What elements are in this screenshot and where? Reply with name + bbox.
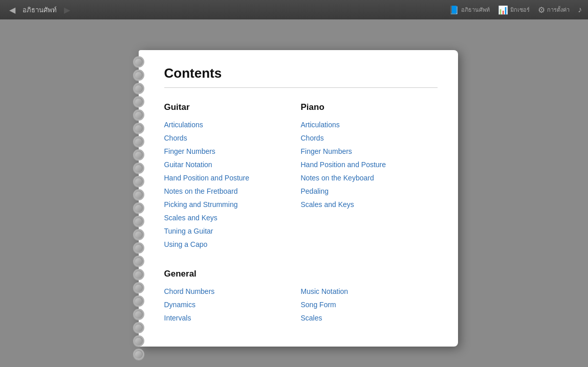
mixer-nav[interactable]: 📊 มิกเซอร์ [498,5,530,15]
piano-link-list: Articulations Chords Finger Numbers Hand… [301,121,438,209]
guitar-picking-link[interactable]: Picking and Strumming [164,200,301,209]
dictionary-nav[interactable]: 📘 อภิธานศัพท์ [449,5,490,15]
page: Contents Guitar Articulations Chords Fin… [139,50,458,347]
ring [133,242,144,254]
music-icon: ♪ [578,5,582,14]
ring [133,309,144,320]
guitar-capo-link[interactable]: Using a Capo [164,240,301,248]
ring [133,349,144,360]
piano-chords-link[interactable]: Chords [301,134,438,142]
general-section: General Chord Numbers Dynamics Intervals… [164,269,438,322]
spiral-strip [130,50,147,347]
ring [133,96,144,107]
notebook-container: Contents Guitar Articulations Chords Fin… [130,50,458,347]
piano-notes-keyboard-link[interactable]: Notes on the Keyboard [301,174,438,182]
music-nav[interactable]: ♪ [578,5,582,14]
guitar-notes-fretboard-link[interactable]: Notes on the Fretboard [164,187,301,195]
general-col1: Chord Numbers Dynamics Intervals [164,287,301,322]
general-col2-list: Music Notation Song Form Scales [301,287,438,322]
ring [133,202,144,214]
general-col1-list: Chord Numbers Dynamics Intervals [164,287,301,322]
main-area: Contents Guitar Articulations Chords Fin… [0,19,588,367]
guitar-finger-numbers-link[interactable]: Finger Numbers [164,147,301,155]
song-form-link[interactable]: Song Form [301,301,438,309]
ring [133,83,144,94]
ring [133,282,144,293]
guitar-hand-position-link[interactable]: Hand Position and Posture [164,174,301,182]
general-two-col: Chord Numbers Dynamics Intervals Music N… [164,287,438,322]
divider [164,87,438,88]
ring [133,70,144,81]
gear-icon: ⚙ [538,5,545,15]
ring [133,136,144,147]
navbar-left: ◀ อภิธานศัพท์ ▶ [6,4,73,16]
nav-title: อภิธานศัพท์ [23,5,57,15]
general-header: General [164,269,438,279]
piano-scales-link[interactable]: Scales and Keys [301,200,438,209]
ring [133,176,144,187]
dictionary-label: อภิธานศัพท์ [461,5,490,14]
ring [133,229,144,240]
piano-pedaling-link[interactable]: Pedaling [301,187,438,195]
ring [133,269,144,280]
intervals-link[interactable]: Intervals [164,314,301,322]
settings-label: การตั้งค่า [547,5,570,14]
guitar-piano-section: Guitar Articulations Chords Finger Numbe… [164,102,438,248]
ring [133,216,144,227]
general-col2: Music Notation Song Form Scales [301,287,438,322]
piano-header: Piano [301,102,438,112]
ring [133,256,144,267]
book-icon: 📘 [449,5,459,15]
ring [133,149,144,160]
guitar-chords-link[interactable]: Chords [164,134,301,142]
ring [133,163,144,174]
ring [133,335,144,347]
ring [133,56,144,67]
piano-column: Piano Articulations Chords Finger Number… [301,102,438,248]
navbar: ◀ อภิธานศัพท์ ▶ 📘 อภิธานศัพท์ 📊 มิกเซอร์… [0,0,588,19]
forward-button[interactable]: ▶ [61,4,73,16]
mixer-icon: 📊 [498,5,508,15]
chord-numbers-link[interactable]: Chord Numbers [164,287,301,295]
ring [133,295,144,307]
navbar-right: 📘 อภิธานศัพท์ 📊 มิกเซอร์ ⚙ การตั้งค่า ♪ [449,5,582,15]
guitar-column: Guitar Articulations Chords Finger Numbe… [164,102,301,248]
scales-link[interactable]: Scales [301,314,438,322]
guitar-link-list: Articulations Chords Finger Numbers Guit… [164,121,301,248]
ring [133,109,144,121]
guitar-articulations-link[interactable]: Articulations [164,121,301,129]
guitar-header: Guitar [164,102,301,112]
dynamics-link[interactable]: Dynamics [164,301,301,309]
guitar-tuning-link[interactable]: Tuning a Guitar [164,227,301,235]
music-notation-link[interactable]: Music Notation [301,287,438,295]
piano-articulations-link[interactable]: Articulations [301,121,438,129]
settings-nav[interactable]: ⚙ การตั้งค่า [538,5,570,15]
mixer-label: มิกเซอร์ [510,5,530,14]
guitar-scales-link[interactable]: Scales and Keys [164,214,301,222]
back-button[interactable]: ◀ [6,4,18,16]
ring [133,322,144,333]
piano-hand-position-link[interactable]: Hand Position and Posture [301,160,438,169]
ring [133,123,144,134]
piano-finger-numbers-link[interactable]: Finger Numbers [301,147,438,155]
ring [133,189,144,200]
page-title: Contents [164,65,438,81]
guitar-notation-link[interactable]: Guitar Notation [164,160,301,169]
